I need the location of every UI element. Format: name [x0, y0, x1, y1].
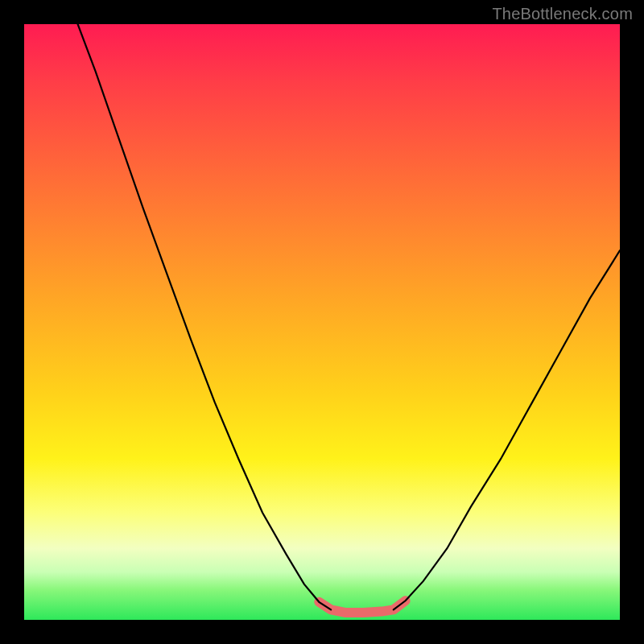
- chart-svg: [24, 24, 620, 620]
- right-curve: [394, 250, 620, 609]
- watermark-text: TheBottleneck.com: [492, 5, 633, 23]
- chart-frame: TheBottleneck.com: [0, 0, 644, 644]
- left-curve: [78, 24, 332, 609]
- bottom-highlight-curve: [319, 601, 405, 613]
